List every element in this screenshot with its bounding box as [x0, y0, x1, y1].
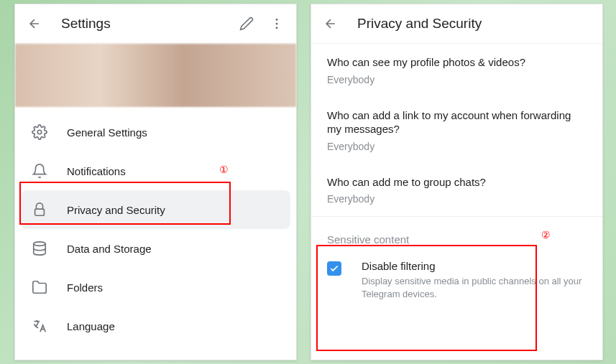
language-icon — [29, 316, 50, 336]
bell-icon — [29, 161, 50, 181]
menu-item-folders[interactable]: Folders — [21, 268, 290, 307]
gear-icon — [29, 122, 50, 142]
privacy-value: Everybody — [327, 74, 587, 85]
settings-title: Settings — [61, 16, 111, 32]
svg-point-2 — [276, 27, 278, 29]
sensitive-section-header: Sensitive content — [311, 223, 602, 248]
back-button[interactable] — [322, 15, 339, 32]
privacy-title: Privacy and Security — [357, 16, 482, 32]
menu-label: Privacy and Security — [67, 204, 165, 216]
checkbox-content: Disable filtering Display sensitive medi… — [362, 260, 587, 300]
more-icon[interactable] — [268, 15, 285, 32]
privacy-item-groups[interactable]: Who can add me to group chats? Everybody — [311, 164, 602, 217]
svg-rect-4 — [35, 209, 45, 215]
menu-item-data-storage[interactable]: Data and Storage — [21, 229, 290, 268]
lock-icon — [29, 200, 50, 220]
menu-label: General Settings — [67, 126, 147, 139]
edit-icon[interactable] — [238, 15, 255, 32]
menu-item-language[interactable]: Language — [21, 307, 290, 345]
privacy-value: Everybody — [327, 193, 587, 205]
svg-point-0 — [276, 19, 278, 21]
privacy-value: Everybody — [327, 141, 587, 152]
svg-point-3 — [37, 130, 42, 134]
settings-header: Settings — [15, 4, 296, 44]
menu-label: Notifications — [67, 165, 126, 177]
disable-filtering-item[interactable]: Disable filtering Display sensitive medi… — [311, 248, 602, 312]
checkbox-desc: Display sensitive media in public channe… — [362, 275, 587, 300]
divider — [311, 216, 602, 223]
annotation-label-1: ① — [219, 164, 229, 175]
profile-banner[interactable] — [15, 44, 296, 107]
svg-point-1 — [276, 23, 278, 25]
svg-point-5 — [34, 242, 46, 246]
settings-menu: General Settings Notifications Privacy a… — [15, 107, 296, 345]
privacy-item-photos[interactable]: Who can see my profile photos & videos? … — [311, 44, 602, 97]
menu-item-notifications[interactable]: Notifications — [21, 151, 290, 190]
menu-label: Data and Storage — [67, 243, 152, 255]
back-button[interactable] — [26, 15, 43, 32]
disable-filtering-checkbox[interactable] — [327, 261, 341, 276]
privacy-question: Who can add me to group chats? — [327, 175, 587, 190]
header-actions — [238, 15, 285, 32]
privacy-question: Who can see my profile photos & videos? — [327, 55, 587, 70]
privacy-panel: Privacy and Security Who can see my prof… — [311, 4, 603, 360]
menu-item-privacy[interactable]: Privacy and Security — [21, 190, 290, 229]
folder-icon — [29, 277, 50, 297]
menu-item-general[interactable]: General Settings — [21, 113, 290, 151]
settings-panel: Settings General Settings Notifications — [14, 4, 297, 360]
annotation-label-2: ② — [541, 229, 551, 241]
checkbox-title: Disable filtering — [362, 260, 587, 272]
privacy-header: Privacy and Security — [311, 4, 602, 44]
menu-label: Folders — [67, 281, 103, 294]
privacy-question: Who can add a link to my account when fo… — [327, 108, 587, 136]
menu-label: Language — [67, 320, 115, 332]
privacy-item-forwarding[interactable]: Who can add a link to my account when fo… — [311, 97, 602, 164]
database-icon — [29, 238, 50, 258]
